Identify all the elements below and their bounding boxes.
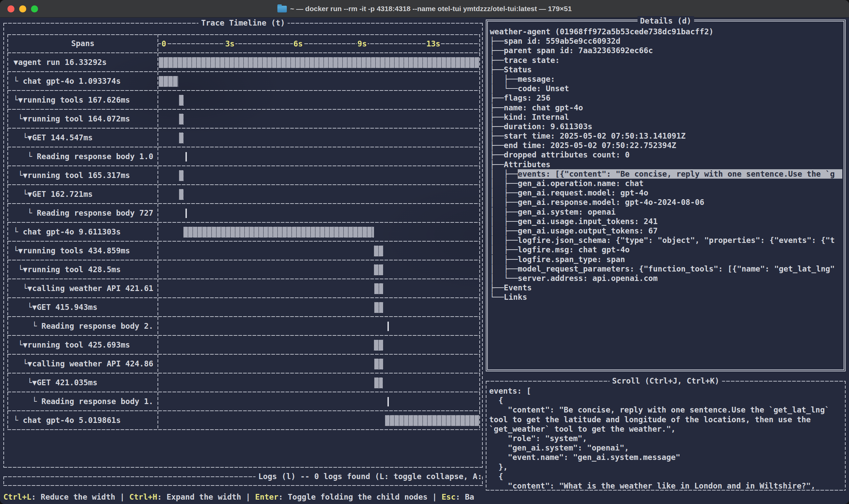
details-line-text: logfire.msg: chat gpt-4o [518,245,630,254]
trace-span-row[interactable]: └ Reading response body 1. [7,392,480,411]
logs-panel-title: Logs (l) -- 0 logs found (L: toggle coll… [255,472,482,481]
details-line[interactable]: │ ├──logfire.msg: chat gpt-4o [490,245,842,254]
span-label: └ Reading response body 727 [7,204,158,223]
minimize-button[interactable] [19,5,26,13]
scroll-line: "gen_ai.system": "openai", [489,443,844,452]
details-line-text: span id: 559ab5e9cc60932d [504,36,620,46]
span-label: ▼agent run 16.33292s [7,53,158,72]
trace-span-row[interactable]: └▼calling weather API 421.61 [7,279,480,298]
details-line[interactable]: │ ├──logfire.json_schema: {"type": "obje… [490,235,842,245]
details-line[interactable]: ├──trace state: [490,55,842,65]
details-line[interactable]: │ ├──gen_ai.usage.output_tokens: 67 [490,226,842,235]
trace-span-row[interactable]: └▼running tools 434.859ms [7,241,480,260]
details-line[interactable]: │ ├──gen_ai.usage.input_tokens: 241 [490,217,842,226]
details-line[interactable]: ├──Events [490,283,842,292]
details-line[interactable]: │ ├──gen_ai.operation.name: chat [490,179,842,188]
trace-span-row[interactable]: └▼running tool 428.5ms [7,260,480,279]
tree-prefix: │ └── [490,273,518,283]
details-line[interactable]: │ └──server.address: api.openai.com [490,273,842,283]
span-label: └▼GET 415.943ms [7,298,158,317]
scroll-line: "event.name": "gen_ai.system.message" [489,452,844,462]
details-line[interactable]: ├──duration: 9.611303s [490,122,842,131]
details-line[interactable]: ├──name: chat gpt-4o [490,103,842,112]
scroll-panel[interactable]: Scroll (Ctrl+J, Ctrl+K) events: [ { "con… [486,381,846,490]
trace-span-row[interactable]: └ Reading response body 1.0 [7,147,480,166]
scroll-line: { [489,396,844,405]
details-line[interactable]: ├──kind: Internal [490,112,842,122]
details-line[interactable]: ├──end time: 2025-05-02 07:50:22.752394Z [490,141,842,150]
trace-span-row[interactable]: └▼calling weather API 424.86 [7,355,480,374]
axis-tick: 0 [161,39,167,49]
tree-prefix: │ ├── [490,245,518,254]
details-line[interactable]: │ ├──gen_ai.system: openai [490,207,842,217]
details-line[interactable]: ├──start time: 2025-05-02 07:50:13.14109… [490,131,842,141]
trace-span-row[interactable]: └ chat gpt-4o 9.611303s [7,223,480,241]
trace-span-row[interactable]: └ Reading response body 727 [7,204,480,223]
tree-prefix: └── [490,292,504,302]
trace-span-row[interactable]: └▼running tool 164.072ms [7,110,480,128]
trace-span-row[interactable]: ▼agent run 16.33292s [7,53,480,72]
span-timeline-cell [158,260,480,279]
span-timeline-cell [158,147,480,166]
details-line-text: start time: 2025-05-02 07:50:13.141091Z [504,131,686,141]
close-button[interactable] [7,5,15,13]
details-line[interactable]: ├──parent span id: 7aa32363692ec66c [490,46,842,55]
tree-prefix: │ ├── [490,226,518,235]
scroll-line: events: [ [489,386,844,396]
span-duration-bar [374,246,384,256]
trace-span-row[interactable]: └▼GET 162.721ms [7,185,480,204]
details-line-text: Status [504,65,532,74]
tree-prefix: ├── [490,112,504,122]
span-timeline-cell [158,223,480,241]
details-line-selected[interactable]: │ ├──events: [{"content": "Be concise, r… [490,169,842,179]
tree-prefix: │ ├── [490,207,518,217]
axis-tick: 13s [425,39,441,49]
zoom-button[interactable] [31,5,38,13]
details-line[interactable]: ├──dropped attributes count: 0 [490,150,842,160]
trace-span-row[interactable]: └▼GET 144.547ms [7,128,480,147]
details-line-text: parent span id: 7aa32363692ec66c [504,46,653,55]
trace-span-row[interactable]: └ chat gpt-4o 1.093374s [7,72,480,91]
trace-rows: ▼agent run 16.33292s└ chat gpt-4o 1.0933… [7,53,480,430]
trace-timeline-panel[interactable]: Trace Timeline (t) Spans 03s6s9s13s ▼age… [3,23,483,468]
span-label: └ chat gpt-4o 5.019861s [7,411,158,430]
span-duration-bar [388,397,389,407]
details-line[interactable]: │ ├──gen_ai.response.model: gpt-4o-2024-… [490,198,842,207]
trace-span-row[interactable]: └▼running tools 167.626ms [7,91,480,110]
trace-span-row[interactable]: └▼running tool 165.317ms [7,166,480,185]
details-line[interactable]: ├──Attributes [490,160,842,169]
details-line[interactable]: │ ├──logfire.span_type: span [490,255,842,264]
tree-prefix: │ ├── [490,235,518,245]
details-line[interactable]: │ ├──model_request_parameters: {"functio… [490,264,842,273]
details-line[interactable]: ├──Status [490,65,842,74]
details-line[interactable]: │ ├──message: [490,74,842,84]
logs-panel[interactable]: Logs (l) -- 0 logs found (L: toggle coll… [3,476,483,486]
span-timeline-cell [158,185,480,204]
trace-span-row[interactable]: └ Reading response body 2. [7,317,480,336]
details-line[interactable]: │ ├──gen_ai.request.model: gpt-4o [490,188,842,198]
details-panel[interactable]: Details (d) weather-agent (01968ff972a5b… [486,19,846,372]
details-line[interactable]: weather-agent (01968ff972a5b53cede738dc9… [490,27,842,36]
details-line[interactable]: │ └──code: Unset [490,84,842,93]
trace-span-row[interactable]: └ chat gpt-4o 5.019861s [7,411,480,430]
details-line-text: Links [504,292,527,302]
trace-span-row[interactable]: └▼GET 421.035ms [7,374,480,392]
span-timeline-cell [158,72,480,91]
span-label: └▼running tool 428.5ms [7,260,158,279]
scroll-line: "content": "Be concise, reply with one s… [489,405,844,414]
details-line[interactable]: └──Links [490,292,842,302]
span-timeline-cell [158,411,480,430]
span-duration-bar [185,209,187,218]
details-line-text: gen_ai.operation.name: chat [518,179,644,188]
details-line-text: duration: 9.611303s [504,122,592,131]
details-line-text: trace state: [504,55,565,65]
trace-span-row[interactable]: └▼GET 415.943ms [7,298,480,317]
details-line[interactable]: ├──flags: 256 [490,93,842,103]
scroll-line: `get_weather` tool to get the weather.", [489,424,844,434]
trace-span-row[interactable]: └▼running tool 425.693ms [7,336,480,355]
tree-prefix: ├── [490,160,504,169]
statusbar-hint-text: : Toggle folding the child nodes [278,492,427,501]
statusbar-separator: | [241,492,255,501]
span-duration-bar [159,76,178,87]
details-line[interactable]: ├──span id: 559ab5e9cc60932d [490,36,842,46]
